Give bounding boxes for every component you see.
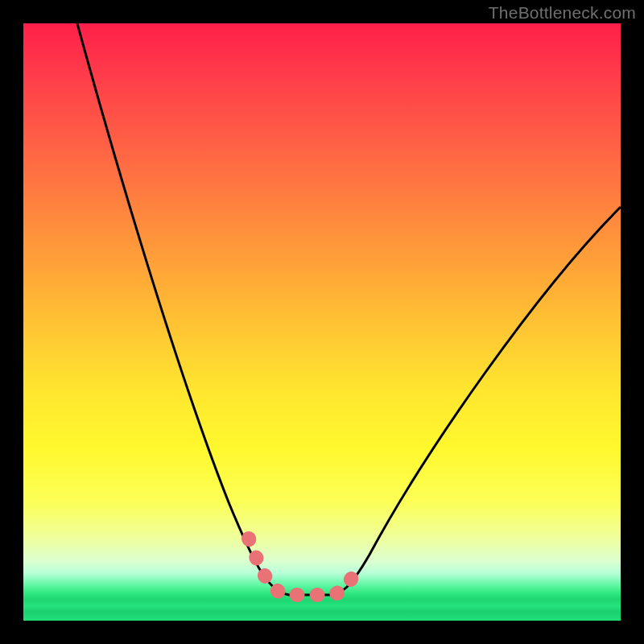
chart-frame: TheBottleneck.com (0, 0, 644, 644)
watermark-text: TheBottleneck.com (489, 3, 636, 23)
chart-plot-area (23, 23, 621, 621)
bottleneck-curve (68, 0, 621, 595)
chart-svg (23, 23, 621, 621)
optimal-region-highlight (249, 539, 358, 595)
